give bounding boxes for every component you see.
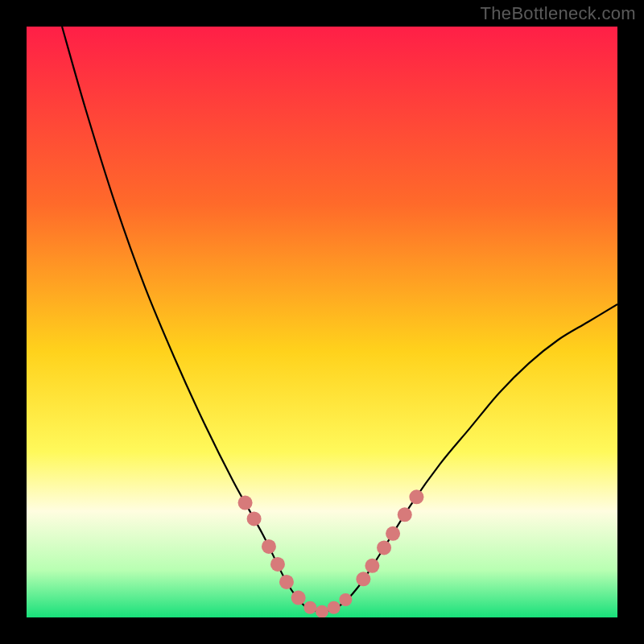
curve-marker bbox=[303, 601, 316, 614]
curve-marker bbox=[365, 559, 379, 573]
curve-marker bbox=[262, 539, 276, 554]
watermark-text: TheBottleneck.com bbox=[481, 3, 636, 24]
curve-marker bbox=[291, 591, 306, 605]
curve-marker bbox=[409, 489, 423, 504]
curve-marker bbox=[386, 526, 400, 541]
curve-marker bbox=[279, 575, 294, 589]
curve-marker bbox=[247, 511, 262, 526]
bottleneck-chart bbox=[0, 0, 644, 644]
curve-marker bbox=[398, 507, 412, 522]
chart-stage: TheBottleneck.com bbox=[0, 0, 644, 644]
plot-background bbox=[27, 27, 617, 617]
curve-marker bbox=[328, 601, 341, 614]
curve-marker bbox=[270, 557, 285, 572]
curve-marker bbox=[377, 540, 391, 555]
curve-marker bbox=[316, 605, 328, 618]
curve-marker bbox=[356, 572, 370, 586]
curve-marker bbox=[339, 593, 352, 606]
curve-marker bbox=[238, 496, 253, 510]
